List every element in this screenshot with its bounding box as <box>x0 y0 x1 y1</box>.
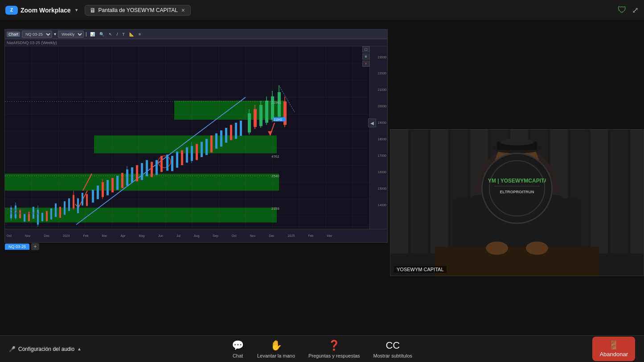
webcam-name-label: YOSEWYM CAPITAL <box>394 266 447 273</box>
candle-8 <box>41 213 43 221</box>
toolbar-sep1: | <box>86 32 87 37</box>
candle-12 <box>59 207 61 218</box>
candle-43 <box>210 135 213 152</box>
time-feb: Feb <box>83 234 88 237</box>
stop-share-button[interactable]: × <box>180 7 186 14</box>
red-arrow-head <box>268 131 272 136</box>
toolbar-cursor-btn[interactable]: ↖ <box>107 32 114 37</box>
toolbar-text-btn[interactable]: T <box>121 32 126 37</box>
price-axis: 23000 22000 21000 20000 19000 18000 1700… <box>369 46 387 229</box>
time-jun: Jun <box>158 234 163 237</box>
chart-controls: □ ≡ × <box>362 46 369 67</box>
price-14000: 14000 <box>378 203 386 207</box>
chart-tab-nq[interactable]: NQ 03-25 <box>5 244 29 250</box>
symbol-select[interactable]: NQ 03-25 <box>22 31 52 38</box>
toolbar-zoom-btn[interactable]: 🔍 <box>98 32 106 37</box>
candle-36 <box>176 151 178 167</box>
candle-20 <box>97 186 99 199</box>
candle-29 <box>141 163 143 180</box>
chart-container: Chart NQ 03-25 ▾ Weekly | 📊 🔍 ↖ / T 📐 ≡ … <box>4 29 388 243</box>
qa-button[interactable]: ❓ Preguntas y respuestas <box>308 340 360 358</box>
candle-41 <box>201 142 203 157</box>
svg-rect-47 <box>435 247 599 276</box>
toolbar-more-btn[interactable]: ≡ <box>137 32 142 37</box>
bottom-toolbar: 🎤 Configuración del audio ▲ 💬 Chat ✋ Lev… <box>0 335 644 362</box>
toolbar-bar-btn[interactable]: 📊 <box>89 32 96 37</box>
level-2159: 2159 <box>271 207 279 211</box>
watermark-line2: © 2024 NinjaTrader, LLC <box>7 212 41 215</box>
candle-48 <box>235 123 237 139</box>
svg-text:WYM | YOSEWYMCAPITAL: WYM | YOSEWYMCAPITAL <box>488 178 546 184</box>
audio-up-arrow: ▲ <box>77 346 82 351</box>
time-nov: Nov <box>25 234 30 237</box>
chart-title: NasMSDNQ 03-25 (Weekly) <box>7 41 57 45</box>
zoom-dropdown-arrow[interactable]: ▾ <box>75 8 78 12</box>
captions-button[interactable]: CC Mostrar subtítulos <box>373 340 412 358</box>
ctrl-settings[interactable]: ≡ <box>362 53 369 60</box>
main-content: Chart NQ 03-25 ▾ Weekly | 📊 🔍 ↖ / T 📐 ≡ … <box>0 20 644 335</box>
candle-11 <box>55 203 57 217</box>
topbar: Z Zoom Workplace ▾ 🖥 Pantalla de YOSEWYM… <box>0 0 644 20</box>
candle-46 <box>225 128 227 142</box>
leave-label: Abandonar <box>599 351 628 358</box>
mid-green-zone <box>94 135 277 153</box>
timeframe-select[interactable]: Weekly <box>58 31 84 38</box>
level-2540: 2540 <box>271 174 279 178</box>
candle-38 <box>186 147 188 163</box>
bottom-green-zone <box>5 207 277 222</box>
audio-label: Configuración del audio <box>18 346 74 352</box>
svg-point-41 <box>500 138 534 146</box>
time-jul: Jul <box>176 234 180 237</box>
candle-44 <box>215 133 217 148</box>
price-23000: 23000 <box>378 56 386 59</box>
candle-42 <box>205 139 208 155</box>
captions-label: Mostrar subtítulos <box>373 353 412 358</box>
audio-config[interactable]: 🎤 Configuración del audio ▲ <box>9 346 82 352</box>
chart-toolbar: Chart NQ 03-25 ▾ Weekly | 📊 🔍 ↖ / T 📐 ≡ <box>5 29 387 39</box>
time-nov2: Nov <box>250 234 255 237</box>
leave-button[interactable]: 🚪 Abandonar <box>592 337 635 361</box>
candle-35 <box>171 156 173 171</box>
logo-svg: WYM | YOSEWYMCAPITAL ELTROPROITRUN <box>488 159 546 217</box>
screen-share-label: Pantalla de YOSEWYM CAPITAL <box>98 7 178 13</box>
current-price-label: 21942 <box>274 118 283 121</box>
svg-rect-35 <box>610 130 628 253</box>
chat-button[interactable]: 💬 Chat <box>232 340 244 358</box>
candle-30 <box>146 160 148 176</box>
price-18000: 18000 <box>378 138 386 141</box>
candle-10 <box>50 208 52 220</box>
captions-icon: CC <box>386 340 400 351</box>
chat-icon: 💬 <box>232 340 244 351</box>
price-21000: 21000 <box>378 88 386 91</box>
shield-icon: 🛡 <box>618 5 627 15</box>
toolbar-draw-line-btn[interactable]: / <box>115 32 119 37</box>
level-4762: 4762 <box>271 155 279 159</box>
svg-point-48 <box>486 241 508 255</box>
zoom-logo: Z Zoom Workplace ▾ <box>5 6 78 15</box>
chart-tab-active[interactable]: Chart <box>7 32 20 37</box>
candle-37 <box>181 150 183 165</box>
time-2024: 2024 <box>63 234 70 237</box>
candle-40 <box>196 144 198 160</box>
ctrl-close[interactable]: × <box>362 61 369 67</box>
expand-icon[interactable]: ⤢ <box>632 5 639 15</box>
chat-label: Chat <box>233 353 243 358</box>
chart-nav-arrow[interactable]: ◀ <box>368 118 376 127</box>
candle-27 <box>131 167 133 183</box>
price-16000: 16000 <box>378 171 386 174</box>
chart-svg: 21942 21961 4762 2540 2159 <box>5 46 370 229</box>
candle-31 <box>151 162 153 177</box>
raise-hand-button[interactable]: ✋ Levantar la mano <box>257 340 295 358</box>
candle-17 <box>82 193 83 206</box>
chart-canvas: 21942 21961 4762 2540 2159 © Nindicators… <box>5 46 370 229</box>
ctrl-maximize[interactable]: □ <box>362 46 369 53</box>
toolbar-fib-btn[interactable]: 📐 <box>128 32 135 37</box>
candle-19 <box>92 190 94 203</box>
svg-text:ELTROPROITRUN: ELTROPROITRUN <box>500 190 534 194</box>
candle-4 <box>24 214 25 222</box>
svg-point-50 <box>489 161 545 216</box>
time-oct2: Oct <box>232 234 237 237</box>
chart-tab-add[interactable]: + <box>31 243 39 250</box>
price-22000: 22000 <box>378 72 386 75</box>
webcam-bg: WYM | YOSEWYMCAPITAL ELTROPROITRUN YOSEW… <box>390 130 644 276</box>
